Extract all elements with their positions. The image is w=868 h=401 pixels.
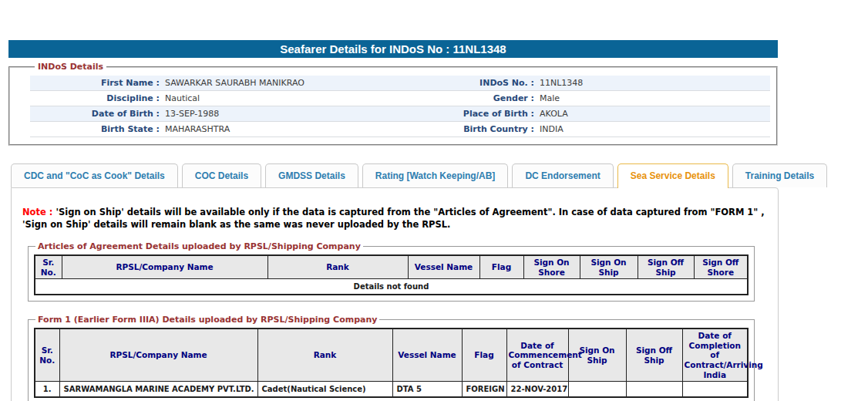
tab-cdc-and-coc-as-cook-details[interactable]: CDC and "CoC as Cook" Details	[11, 163, 178, 187]
articles-of-agreement-table: Sr. No.RPSL/Company NameRankVessel NameF…	[34, 254, 749, 295]
field-label: Date of Birth :	[30, 109, 160, 119]
column-header: Flag	[462, 329, 506, 381]
field-value: AKOLA	[534, 109, 770, 119]
articles-of-agreement-fieldset: Articles of Agreement Details uploaded b…	[28, 241, 755, 302]
indos-details-legend: INDoS Details	[35, 62, 106, 72]
table-cell	[568, 382, 626, 398]
column-header: Sign On Ship	[580, 255, 638, 279]
column-header: RPSL/Company Name	[59, 329, 257, 381]
field-label: Birth State :	[30, 124, 160, 134]
column-header: RPSL/Company Name	[62, 255, 267, 279]
field-label: Discipline :	[30, 93, 160, 103]
tab-dc-endorsement[interactable]: DC Endorsement	[512, 163, 613, 187]
tab-bar: CDC and "CoC as Cook" DetailsCOC Details…	[11, 163, 779, 187]
field-label: Place of Birth :	[395, 109, 534, 119]
column-header: Date of Completion of Contract/Arriving …	[682, 329, 748, 381]
sea-service-details-panel: Note : 'Sign on Ship' details will be av…	[11, 187, 779, 401]
table-cell	[682, 382, 748, 398]
column-header: Sr. No.	[35, 329, 59, 381]
table-row: Details not found	[35, 279, 748, 295]
field-label: Birth Country :	[395, 124, 534, 134]
field-value: Male	[534, 93, 770, 103]
indos-row: Discipline :NauticalGender :Male	[30, 91, 770, 106]
field-value: INDIA	[534, 124, 770, 134]
note-prefix: Note :	[22, 207, 56, 217]
table-header-row: Sr. No.RPSL/Company NameRankVessel NameF…	[35, 329, 748, 381]
tabs-area: CDC and "CoC as Cook" DetailsCOC Details…	[11, 163, 779, 401]
field-value: SAWARKAR SAURABH MANIKRAO	[160, 78, 395, 88]
column-header: Sign Off Ship	[626, 329, 682, 381]
table-cell: FOREIGN	[462, 382, 506, 398]
table-header-row: Sr. No.RPSL/Company NameRankVessel NameF…	[35, 255, 748, 279]
field-label: INDoS No. :	[395, 78, 534, 88]
column-header: Sr. No.	[35, 255, 62, 279]
page-title-bar: Seafarer Details for INDoS No : 11NL1348	[8, 40, 778, 58]
table-cell: 1.	[35, 382, 59, 398]
field-value: 13-SEP-1988	[160, 109, 395, 119]
tab-gmdss-details[interactable]: GMDSS Details	[265, 163, 358, 187]
column-header: Vessel Name	[392, 329, 462, 381]
note-body: 'Sign on Ship' details will be available…	[22, 207, 765, 230]
tab-coc-details[interactable]: COC Details	[182, 163, 261, 187]
table-cell	[626, 382, 682, 398]
tab-training-details[interactable]: Training Details	[732, 163, 827, 187]
column-header: Sign Off Ship	[638, 255, 694, 279]
form1-details-fieldset: Form 1 (Earlier Form IIIA) Details uploa…	[28, 315, 755, 401]
indos-row: First Name :SAWARKAR SAURABH MANIKRAOIND…	[30, 76, 770, 91]
column-header: Date of Commencement of Contract	[506, 329, 568, 381]
note-text: Note : 'Sign on Ship' details will be av…	[22, 207, 765, 231]
indos-row: Date of Birth :13-SEP-1988Place of Birth…	[30, 106, 770, 122]
column-header: Flag	[479, 255, 523, 279]
field-value: 11NL1348	[534, 78, 770, 88]
column-header: Rank	[257, 329, 392, 381]
form1-details-legend: Form 1 (Earlier Form IIIA) Details uploa…	[35, 315, 379, 325]
table-cell: 22-NOV-2017	[506, 382, 568, 398]
table-row: 1.SARWAMANGLA MARINE ACADEMY PVT.LTD.Cad…	[35, 382, 748, 398]
table-cell: SARWAMANGLA MARINE ACADEMY PVT.LTD.	[59, 382, 257, 398]
empty-message: Details not found	[35, 279, 748, 295]
table-cell: Cadet(Nautical Science)	[257, 382, 392, 398]
indos-row: Birth State :MAHARASHTRABirth Country :I…	[30, 122, 770, 137]
field-label: Gender :	[395, 93, 534, 103]
column-header: Rank	[267, 255, 408, 279]
field-label: First Name :	[30, 78, 160, 88]
tab-sea-service-details[interactable]: Sea Service Details	[617, 163, 728, 188]
form1-details-table: Sr. No.RPSL/Company NameRankVessel NameF…	[34, 328, 749, 398]
column-header: Sign Off Shore	[694, 255, 748, 279]
indos-details-fieldset: INDoS Details First Name :SAWARKAR SAURA…	[8, 62, 778, 146]
indos-rows: First Name :SAWARKAR SAURABH MANIKRAOIND…	[30, 76, 770, 137]
page-title: Seafarer Details for INDoS No : 11NL1348	[280, 42, 506, 56]
table-cell: DTA 5	[392, 382, 462, 398]
column-header: Vessel Name	[408, 255, 479, 279]
field-value: MAHARASHTRA	[160, 124, 395, 134]
column-header: Sign On Shore	[523, 255, 580, 279]
tab-rating-watch-keeping-ab[interactable]: Rating [Watch Keeping/AB]	[362, 163, 509, 187]
field-value: Nautical	[160, 93, 395, 103]
main-content: Seafarer Details for INDoS No : 11NL1348…	[8, 40, 778, 401]
articles-of-agreement-legend: Articles of Agreement Details uploaded b…	[35, 241, 363, 251]
